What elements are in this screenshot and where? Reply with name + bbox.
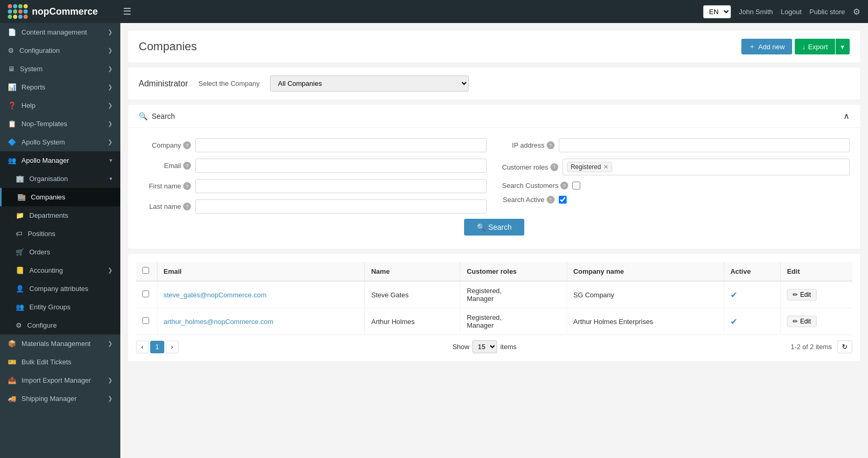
sidebar-item-content-management[interactable]: 📄Content management ❯ <box>0 23 120 41</box>
export-dropdown-button[interactable]: ▾ <box>836 39 850 54</box>
sidebar-item-company-attributes[interactable]: 👤Company attributes <box>0 280 120 298</box>
company-field-row: Company ? <box>139 138 487 152</box>
active-check-icon: ✔ <box>730 291 737 299</box>
sidebar-item-bulk-edit-tickets[interactable]: 🎫Bulk Edit Tickets <box>0 353 120 371</box>
firstname-help-icon[interactable]: ? <box>183 182 191 190</box>
add-new-button[interactable]: ＋ Add new <box>741 39 792 54</box>
sidebar-item-help[interactable]: ❓Help ❯ <box>0 96 120 115</box>
company-help-icon[interactable]: ? <box>183 141 191 149</box>
row-email-link[interactable]: steve_gates@nopCommerce.com <box>164 291 267 299</box>
row-checkbox-cell <box>136 281 157 308</box>
collapse-icon[interactable]: ∧ <box>843 111 850 121</box>
apollo-icon: 🔷 <box>8 138 16 146</box>
page-size-select[interactable]: 15 25 50 <box>472 340 497 353</box>
page-1-button[interactable]: 1 <box>150 341 164 353</box>
sidebar-item-apollo-system[interactable]: 🔷Apollo System ❯ <box>0 133 120 151</box>
items-count: 1-2 of 2 items <box>791 343 832 351</box>
search-btn-icon: 🔍 <box>477 223 486 231</box>
logo-dot <box>8 9 12 14</box>
chevron-icon: ❯ <box>108 139 112 146</box>
sidebar-item-accounting[interactable]: 📒Accounting ❯ <box>0 261 120 280</box>
logo-dot <box>18 15 22 19</box>
page-title: Companies <box>139 40 197 53</box>
row-edit-cell: ✏ Edit <box>781 308 852 335</box>
sidebar-item-orders[interactable]: 🛒Orders <box>0 243 120 261</box>
logo-dot <box>13 9 17 14</box>
row-email-cell: arthur_holmes@nopCommerce.com <box>157 308 365 335</box>
sidebar-item-configuration[interactable]: ⚙Configuration ❯ <box>0 41 120 60</box>
search-customers-checkbox[interactable] <box>572 182 580 189</box>
search-active-checkbox[interactable] <box>559 196 567 204</box>
row-company-name-cell: Arthur Holmes Enterprises <box>567 308 724 335</box>
row-email-link[interactable]: arthur_holmes@nopCommerce.com <box>164 318 274 326</box>
row-name-cell: Arthur Holmes <box>365 308 460 335</box>
firstname-input[interactable] <box>195 179 487 193</box>
sidebar-item-import-export-manager[interactable]: 📤Import Export Manager ❯ <box>0 371 120 389</box>
select-company-label: Select the Company <box>198 80 260 87</box>
customer-roles-help-icon[interactable]: ? <box>550 163 558 171</box>
row-checkbox[interactable] <box>142 317 149 324</box>
logo-dot <box>24 15 28 19</box>
email-help-icon[interactable]: ? <box>183 162 191 170</box>
shipping-icon: 🚚 <box>8 395 16 403</box>
row-checkbox[interactable] <box>142 291 149 297</box>
dept-icon: 📁 <box>16 211 24 219</box>
search-form: Company ? Email ? <box>139 138 850 214</box>
ip-help-icon[interactable]: ? <box>547 141 555 149</box>
sidebar-item-nop-templates[interactable]: 📋Nop-Templates ❯ <box>0 115 120 133</box>
sidebar-item-entity-groups[interactable]: 👥Entity Groups <box>0 298 120 316</box>
gear-icon[interactable]: ⚙ <box>853 7 860 17</box>
companies-icon: 🏬 <box>17 193 26 201</box>
sidebar-item-materials-management[interactable]: 📦Materials Management ❯ <box>0 334 120 353</box>
edit-button[interactable]: ✏ Edit <box>787 289 817 300</box>
search-customers-help-icon[interactable]: ? <box>560 182 568 189</box>
edit-button[interactable]: ✏ Edit <box>787 316 817 327</box>
refresh-button[interactable]: ↻ <box>837 340 852 353</box>
search-active-help-icon[interactable]: ? <box>547 196 555 204</box>
sidebar-item-organisation[interactable]: 🏢Organisation ▾ <box>0 170 120 188</box>
entity-icon: 👥 <box>16 303 24 311</box>
show-items: Show 15 25 50 items <box>453 340 517 353</box>
lastname-help-icon[interactable]: ? <box>183 203 191 210</box>
select-all-checkbox[interactable] <box>142 267 149 274</box>
configure-icon: ⚙ <box>16 321 22 329</box>
sidebar-item-departments[interactable]: 📁Departments <box>0 206 120 225</box>
company-input[interactable] <box>195 138 487 152</box>
language-select[interactable]: EN <box>703 5 731 18</box>
pencil-icon: ✏ <box>793 291 798 298</box>
th-name: Name <box>365 262 460 281</box>
hamburger-icon[interactable]: ☰ <box>123 6 131 17</box>
sidebar-sub-org-items: 🏬Companies 📁Departments 🏷Positions <box>0 188 120 243</box>
chevron-icon: ❯ <box>108 395 112 402</box>
customer-roles-input[interactable]: Registered ✕ <box>562 159 850 175</box>
company-select[interactable]: All Companies <box>270 75 469 92</box>
logout-link[interactable]: Logout <box>781 8 802 16</box>
sidebar-item-shipping-manager[interactable]: 🚚Shipping Manager ❯ <box>0 389 120 408</box>
public-store-link[interactable]: Public store <box>809 8 845 16</box>
header-buttons: ＋ Add new ↓ Export ▾ <box>741 39 850 54</box>
row-active-cell: ✔ <box>724 308 780 335</box>
logo-dot <box>24 9 28 14</box>
email-input[interactable] <box>195 159 487 173</box>
lastname-input[interactable] <box>195 199 487 214</box>
top-nav: nopCommerce ☰ EN John Smith Logout Publi… <box>0 0 868 23</box>
sidebar-item-companies[interactable]: 🏬Companies <box>0 188 120 206</box>
sidebar-item-reports[interactable]: 📊Reports ❯ <box>0 78 120 96</box>
sidebar-item-positions[interactable]: 🏷Positions <box>0 225 120 243</box>
export-group: ↓ Export ▾ <box>795 39 850 54</box>
sidebar-item-configure[interactable]: ⚙Configure <box>0 316 120 334</box>
next-page-button[interactable]: › <box>166 341 178 353</box>
remove-role-button[interactable]: ✕ <box>603 163 608 171</box>
ip-address-input[interactable] <box>559 138 850 152</box>
search-active-field-row: Search Active ? <box>502 196 850 204</box>
export-button[interactable]: ↓ Export <box>795 39 835 54</box>
search-button[interactable]: 🔍 Search <box>464 219 524 236</box>
logo-text: nopCommerce <box>32 6 98 17</box>
sidebar-item-system[interactable]: 🖥System ❯ <box>0 60 120 78</box>
prev-page-button[interactable]: ‹ <box>136 341 149 353</box>
th-email: Email <box>157 262 365 281</box>
sidebar-item-apollo-manager[interactable]: 👥Apollo Manager ▾ <box>0 151 120 170</box>
logo-dot <box>18 4 22 8</box>
firstname-field-row: First name ? <box>139 179 487 193</box>
customer-roles-label: Customer roles ? <box>502 163 558 171</box>
